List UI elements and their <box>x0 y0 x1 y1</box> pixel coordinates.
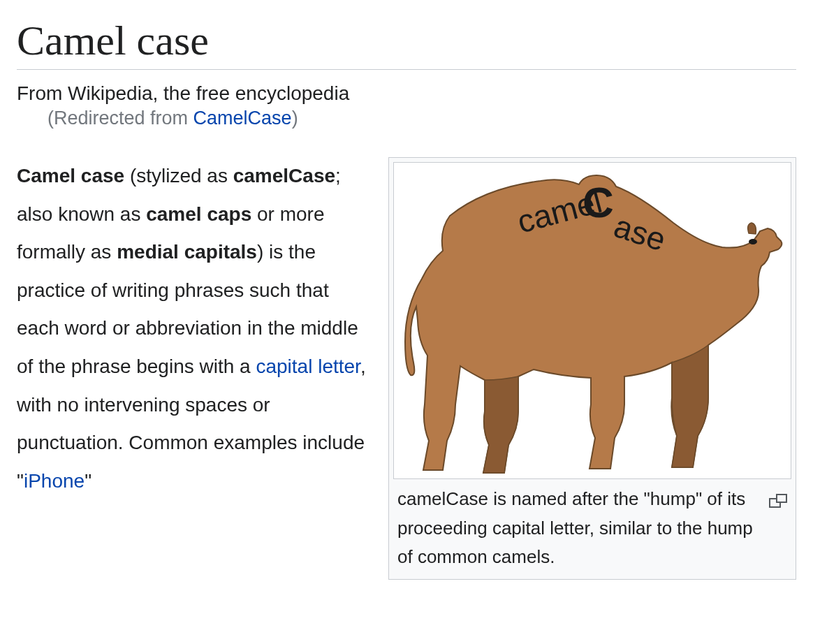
enlarge-icon[interactable] <box>769 488 787 517</box>
bold-term-2: camelCase <box>233 165 335 186</box>
bold-term-1: Camel case <box>17 165 124 186</box>
infobox-image[interactable]: camel C ase <box>393 162 791 479</box>
svg-point-0 <box>749 239 757 244</box>
link-iphone[interactable]: iPhone <box>24 470 85 492</box>
page-title: Camel case <box>17 17 796 70</box>
redirect-link[interactable]: CamelCase <box>193 108 292 129</box>
infobox-caption: camelCase is named after the "hump" of i… <box>397 485 762 572</box>
page-subtitle: From Wikipedia, the free encyclopedia <box>17 82 796 105</box>
link-capital-letter[interactable]: capital letter <box>256 356 360 377</box>
image-text-c: C <box>583 178 614 226</box>
redirect-prefix: (Redirected from <box>47 108 193 129</box>
text-1: (stylized as <box>124 165 233 186</box>
redirect-suffix: ) <box>292 108 298 129</box>
svg-rect-2 <box>777 495 786 502</box>
camel-illustration: camel C ase <box>401 167 784 477</box>
text-6: " <box>85 470 91 492</box>
bold-term-4: medial capitals <box>117 241 257 263</box>
infobox: camel C ase camelCase is named after the… <box>388 157 796 580</box>
article-paragraph: Camel case (stylized as camelCase; also … <box>17 157 367 500</box>
bold-term-3: camel caps <box>146 203 251 225</box>
redirect-notice: (Redirected from CamelCase) <box>47 108 796 129</box>
